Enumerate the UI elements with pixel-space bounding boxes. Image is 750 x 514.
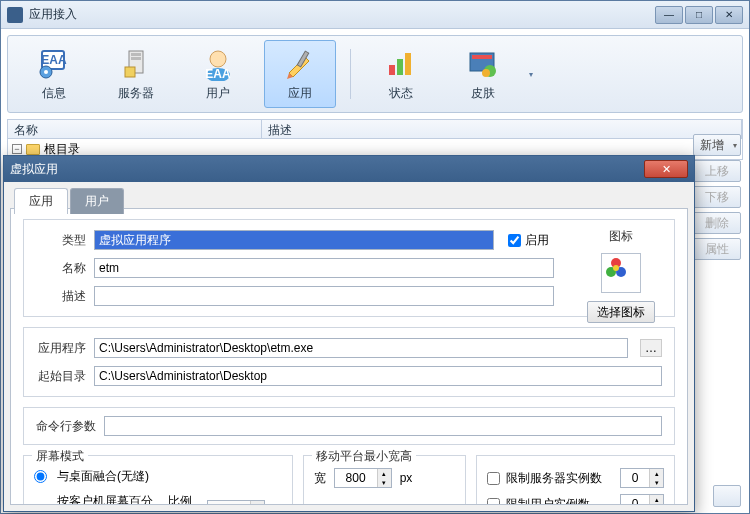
svg-point-20 (482, 69, 490, 77)
basic-panel: 类型 启用 名称 描述 图标 选择图标 (23, 219, 675, 317)
toolbar-skin-dropdown[interactable]: ▾ (529, 44, 541, 104)
move-down-button[interactable]: 下移 (693, 186, 741, 208)
virtual-app-dialog: 虚拟应用 ✕ 应用 用户 类型 启用 名称 描述 (3, 155, 695, 512)
svg-rect-15 (397, 59, 403, 75)
limit-server-checkbox[interactable] (487, 472, 500, 485)
minimize-button[interactable]: — (655, 6, 683, 24)
startdir-field[interactable] (94, 366, 662, 386)
path-panel: 应用程序 … 起始目录 (23, 327, 675, 397)
width-down[interactable]: ▾ (377, 478, 391, 487)
dialog-close-button[interactable]: ✕ (644, 160, 688, 178)
width-input[interactable] (335, 469, 377, 487)
enable-label: 启用 (525, 232, 549, 249)
by-client-radio[interactable] (34, 504, 47, 506)
width-spinner[interactable]: ▴▾ (334, 468, 392, 488)
properties-button[interactable]: 属性 (693, 238, 741, 260)
fusion-radio[interactable] (34, 470, 47, 483)
app-icon (7, 7, 23, 23)
svg-marker-11 (289, 57, 309, 77)
toolbar-user[interactable]: EAA 用户 (182, 40, 254, 108)
limit-user-checkbox[interactable] (487, 498, 500, 506)
by-client-label: 按客户机屏幕百分比 (57, 493, 156, 505)
program-label: 应用程序 (36, 340, 86, 357)
main-toolbar: EAA 信息 服务器 EAA 用户 应用 状态 (7, 35, 743, 113)
name-field[interactable] (94, 258, 554, 278)
program-field[interactable] (94, 338, 628, 358)
tab-user[interactable]: 用户 (70, 188, 124, 214)
list-header: 名称 描述 (7, 119, 743, 139)
limit-user-label: 限制用户实例数 (506, 496, 590, 506)
name-label: 名称 (36, 260, 86, 277)
desc-field[interactable] (94, 286, 554, 306)
args-field[interactable] (104, 416, 662, 436)
tree-collapse-icon[interactable]: − (12, 144, 22, 154)
maximize-button[interactable]: □ (685, 6, 713, 24)
mobile-min-legend: 移动平台最小宽高 (312, 448, 416, 465)
icon-label: 图标 (609, 228, 633, 245)
svg-text:EAA: EAA (41, 53, 67, 67)
toolbar-skin[interactable]: 皮肤 (447, 40, 519, 108)
enable-checkbox-wrap[interactable]: 启用 (508, 232, 549, 249)
screen-mode-legend: 屏幕模式 (32, 448, 88, 465)
limit-server-spinner[interactable]: ▴▾ (620, 468, 664, 488)
percent-label: % (271, 503, 282, 505)
startdir-label: 起始目录 (36, 368, 86, 385)
close-button[interactable]: ✕ (715, 6, 743, 24)
main-titlebar: 应用接入 — □ ✕ (1, 1, 749, 29)
svg-point-24 (613, 265, 619, 271)
ratio-up[interactable]: ▴ (250, 501, 264, 505)
main-title: 应用接入 (29, 6, 655, 23)
svg-rect-14 (389, 65, 395, 75)
select-icon-button[interactable]: 选择图标 (587, 301, 655, 323)
tab-app[interactable]: 应用 (14, 188, 68, 214)
folder-icon (26, 144, 40, 155)
ratio-spinner[interactable]: ▴▾ (207, 500, 265, 505)
toolbar-status[interactable]: 状态 (365, 40, 437, 108)
svg-rect-5 (131, 53, 141, 56)
svg-rect-18 (472, 55, 492, 59)
enable-checkbox[interactable] (508, 234, 521, 247)
desc-label: 描述 (36, 288, 86, 305)
args-label: 命令行参数 (36, 418, 96, 435)
toolbar-app[interactable]: 应用 (264, 40, 336, 108)
app-icon-tool (283, 47, 317, 81)
ratio-label: 比例值 (168, 493, 201, 505)
icon-preview (601, 253, 641, 293)
add-button[interactable]: 新增 (693, 134, 741, 156)
side-buttons: 新增 上移 下移 删除 属性 (693, 134, 741, 260)
program-browse-button[interactable]: … (640, 339, 662, 357)
ratio-input[interactable] (208, 501, 250, 505)
svg-point-3 (44, 70, 48, 74)
px-label: px (400, 471, 413, 485)
limits-fieldset: 限制服务器实例数 ▴▾ 限制用户实例数 ▴▾ (476, 455, 675, 505)
toolbar-info[interactable]: EAA 信息 (18, 40, 90, 108)
float-button[interactable] (713, 485, 741, 507)
limit-server-label: 限制服务器实例数 (506, 470, 602, 487)
toolbar-server[interactable]: 服务器 (100, 40, 172, 108)
svg-text:EAA: EAA (205, 67, 231, 81)
dialog-title: 虚拟应用 (10, 161, 644, 178)
dialog-titlebar[interactable]: 虚拟应用 ✕ (4, 156, 694, 182)
toolbar-separator (350, 49, 351, 99)
info-icon: EAA (37, 47, 71, 81)
type-field[interactable] (94, 230, 494, 250)
limit-user-spinner[interactable]: ▴▾ (620, 494, 664, 505)
col-desc[interactable]: 描述 (262, 120, 742, 138)
status-icon (384, 47, 418, 81)
skin-icon (466, 47, 500, 81)
delete-button[interactable]: 删除 (693, 212, 741, 234)
col-name[interactable]: 名称 (8, 120, 262, 138)
dialog-tabs: 应用 用户 (14, 188, 694, 214)
limit-user-input[interactable] (621, 495, 649, 505)
svg-point-8 (210, 51, 226, 67)
fusion-label: 与桌面融合(无缝) (57, 468, 149, 485)
screen-mode-fieldset: 屏幕模式 与桌面融合(无缝) 按客户机屏幕百分比 比例值 ▴▾ % (23, 455, 293, 505)
move-up-button[interactable]: 上移 (693, 160, 741, 182)
svg-rect-7 (125, 67, 135, 77)
limit-server-input[interactable] (621, 469, 649, 487)
dialog-body: 类型 启用 名称 描述 图标 选择图标 (10, 208, 688, 505)
svg-rect-16 (405, 53, 411, 75)
width-up[interactable]: ▴ (377, 469, 391, 478)
server-icon (119, 47, 153, 81)
user-icon: EAA (201, 47, 235, 81)
